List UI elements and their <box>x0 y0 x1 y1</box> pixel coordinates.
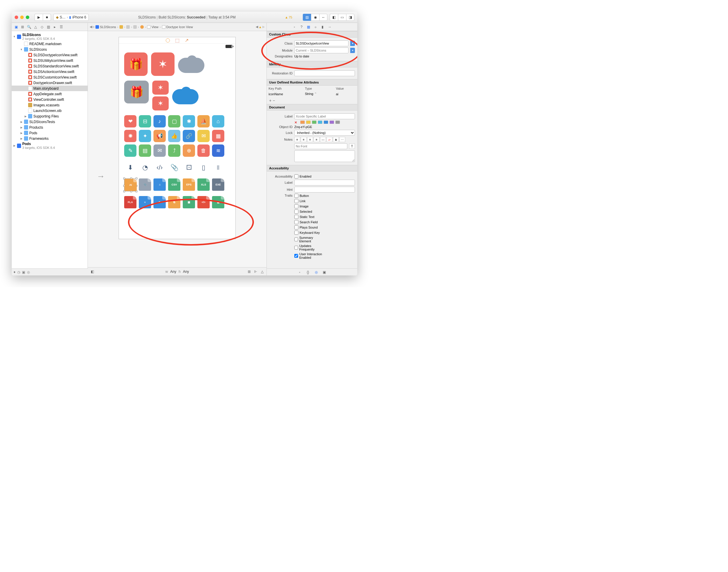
add-icon[interactable]: + <box>13 270 15 274</box>
action-icon[interactable]: ⊕ <box>183 144 195 157</box>
action-icon[interactable]: ❤ <box>124 115 137 128</box>
resolve-icon[interactable]: △ <box>259 269 265 274</box>
action-icon[interactable]: ⌂ <box>212 115 224 128</box>
breakpoint-navigator-icon[interactable]: ▸ <box>52 24 57 29</box>
canvas-body[interactable]: → ⬚ ↗ 🎁 ✶ <box>88 31 266 267</box>
symbol-navigator-icon[interactable]: ⊞ <box>20 24 25 29</box>
file-node[interactable]: ▶Pods <box>12 130 88 136</box>
gift-icon[interactable]: 🎁 <box>124 53 148 76</box>
file-node[interactable]: ▶Products <box>12 125 88 130</box>
assistant-editor-button[interactable]: ◉ <box>311 14 319 21</box>
doctype-icon[interactable]: 📎 <box>139 178 151 191</box>
doctype-icon[interactable]: ▣ <box>212 196 224 208</box>
action-icon[interactable]: 🗑 <box>197 144 210 157</box>
star-small-icon[interactable]: ✶ <box>152 81 169 95</box>
utility-icon[interactable]: ⫴ <box>212 161 224 174</box>
jump-bar[interactable]: ◀ ▶ SLDSIcons View Doctype Icon View ◀ ▲… <box>88 23 266 31</box>
zoom-icon[interactable] <box>26 15 29 19</box>
file-node[interactable]: SLDSActionIconView.swift <box>12 69 88 74</box>
doctype-icon[interactable]: ≡ <box>139 196 151 208</box>
utility-icon[interactable]: ‹/› <box>153 161 166 174</box>
runtime-attrs-table[interactable]: Key Path Type Value iconName String ⌃ ai <box>267 86 357 97</box>
font-picker-icon[interactable]: T <box>349 144 355 149</box>
toggle-debug-button[interactable]: ▭ <box>338 14 346 21</box>
attributes-inspector-icon[interactable]: ⟐ <box>313 24 318 29</box>
doctype-icon[interactable]: EPS <box>183 178 195 191</box>
back-icon[interactable]: ◀ <box>90 25 92 29</box>
scm-icon[interactable]: ▣ <box>22 270 25 274</box>
trait-checkbox[interactable]: Updates Frequently <box>294 244 324 251</box>
doctype-icon[interactable]: ▦ <box>183 196 195 208</box>
trait-checkbox[interactable]: Search Field <box>294 220 324 224</box>
action-icon[interactable]: 👍 <box>168 130 180 142</box>
file-node[interactable]: ViewController.swift <box>12 97 88 102</box>
file-node[interactable]: Main.storyboard <box>12 86 88 91</box>
scheme-selector[interactable]: ◆ S… › ▮ iPhone 6 <box>53 14 89 21</box>
pods-project-node[interactable]: ▶ Pods3 targets, iOS SDK 8.4 <box>12 141 88 150</box>
trait-checkbox[interactable]: Image <box>294 204 324 208</box>
action-icon[interactable]: ✉ <box>197 130 210 142</box>
toggle-navigator-button[interactable]: ◧ <box>330 14 338 21</box>
ax-label-field[interactable] <box>294 180 355 186</box>
action-icon[interactable]: ⊟ <box>139 115 151 128</box>
size-class-bar[interactable]: ◧ wAny hAny ⊞ ⊩ △ <box>88 267 266 275</box>
file-node[interactable]: Images.xcassets <box>12 102 88 108</box>
action-icon[interactable]: ✉ <box>153 144 166 157</box>
find-navigator-icon[interactable]: 🔍 <box>26 24 31 29</box>
doctype-icon[interactable]: AI <box>125 179 137 191</box>
utility-icon[interactable]: ⬇ <box>124 161 137 174</box>
help-inspector-icon[interactable]: ? <box>299 24 304 29</box>
filter-icon[interactable]: ◎ <box>27 270 30 274</box>
outline-toggle-icon[interactable]: ◧ <box>90 269 95 274</box>
object-library-icon[interactable]: ◎ <box>314 270 319 275</box>
file-node[interactable]: SLDSCustomIconView.swift <box>12 74 88 80</box>
file-node[interactable]: SLDSDoctypeIconView.swift <box>12 52 88 58</box>
class-field[interactable] <box>294 41 348 46</box>
notes-textarea[interactable] <box>294 150 355 162</box>
action-icon[interactable]: ✱ <box>183 115 195 128</box>
stop-button[interactable]: ■ <box>43 14 51 21</box>
star-small2-icon[interactable]: ✶ <box>152 96 169 111</box>
action-icon[interactable]: ✎ <box>124 144 137 157</box>
trait-checkbox[interactable]: Button <box>294 194 324 198</box>
file-node[interactable]: ▶Supporting Files <box>12 114 88 119</box>
clock-icon[interactable]: ◷ <box>17 270 20 274</box>
cloud-blue-icon[interactable] <box>172 87 198 104</box>
action-icon[interactable]: ▢ <box>168 115 180 128</box>
action-icon[interactable]: ✺ <box>124 130 137 142</box>
table-row[interactable]: iconName String ⌃ ai <box>267 91 357 96</box>
file-node[interactable]: AppDelegate.swift <box>12 91 88 97</box>
doc-label-field[interactable] <box>294 114 355 119</box>
action-icon[interactable]: ▤ <box>139 144 151 157</box>
size-inspector-icon[interactable]: ▮ <box>320 24 325 29</box>
action-icon[interactable]: ≋ <box>212 144 224 157</box>
utility-icon[interactable]: ◔ <box>139 161 151 174</box>
label-color-swatches[interactable]: ✕ <box>294 121 340 124</box>
version-editor-button[interactable]: ↔ <box>319 14 327 21</box>
file-template-icon[interactable]: ▫ <box>297 270 303 275</box>
file-node[interactable]: README.markdown <box>12 41 88 47</box>
doctype-icon[interactable]: XLS <box>197 178 210 191</box>
trait-checkbox[interactable]: Static Text <box>294 215 324 219</box>
file-inspector-icon[interactable]: ▫ <box>292 24 297 29</box>
identity-inspector-icon[interactable]: ▦ <box>306 24 311 29</box>
doctype-icon[interactable]: FLA <box>124 196 137 208</box>
test-navigator-icon[interactable]: ◇ <box>39 24 45 29</box>
utility-icon[interactable]: 📎 <box>168 161 180 174</box>
trait-checkbox[interactable]: Plays Sound <box>294 225 324 229</box>
align-icon[interactable]: ⊞ <box>247 269 252 274</box>
enabled-checkbox[interactable] <box>294 174 299 178</box>
report-navigator-icon[interactable]: ☰ <box>59 24 64 29</box>
file-node[interactable]: SLDSStandardIconView.swift <box>12 63 88 69</box>
scene-dock[interactable]: ⬚ ↗ <box>119 37 235 44</box>
doctype-icon[interactable]: </> <box>197 196 210 208</box>
action-icon[interactable]: ⤴ <box>168 144 180 157</box>
project-navigator-icon[interactable]: ▣ <box>13 24 19 29</box>
trait-checkbox[interactable]: Keyboard Key <box>294 231 324 235</box>
notes-toolbar[interactable]: ≡≡≡≡ ---▱a⋯ <box>294 137 345 142</box>
file-node[interactable]: ▶Frameworks <box>12 136 88 141</box>
action-icon[interactable]: ♪ <box>153 115 166 128</box>
restoration-id-field[interactable] <box>294 70 355 76</box>
pin-icon[interactable]: ⊩ <box>253 269 258 274</box>
toggle-utilities-button[interactable]: ◨ <box>346 14 354 21</box>
